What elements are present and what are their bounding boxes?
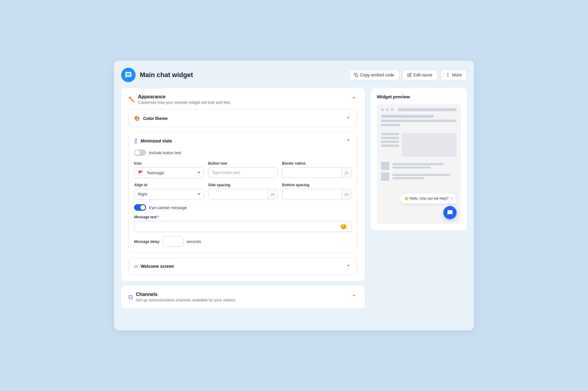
svg-point-3: [448, 76, 448, 77]
channels-section: ⊡ Channels Set up communication channels…: [121, 286, 365, 308]
chat-bubble-close-btn[interactable]: ×: [450, 196, 452, 201]
welcome-screen-header-left: ▱ Welcome screen: [134, 263, 174, 269]
button-text-input[interactable]: [208, 167, 278, 178]
channels-icon: ⊡: [128, 294, 133, 300]
border-radius-label: Border radius: [282, 161, 352, 166]
eye-catcher-label: Eye-catcher message: [149, 205, 187, 210]
align-to-field: Align to Right Left Center: [134, 183, 204, 199]
main-container: Main chat widget Copy embed code Edit na…: [114, 61, 474, 330]
bottom-spacing-unit: px: [341, 190, 352, 199]
header-actions: Copy embed code Edit name More: [349, 70, 467, 80]
side-spacing-input[interactable]: 32: [208, 189, 268, 199]
grid-icon: ⣿: [134, 138, 138, 144]
sidebar-line-3: [381, 141, 399, 143]
form-row-1: Icon 🚩 Textmagic Button text: [134, 161, 352, 178]
channels-title: Channels: [136, 292, 236, 297]
include-button-text-label: Include button text: [149, 151, 181, 155]
border-radius-unit: px: [341, 168, 352, 178]
header-left: Main chat widget: [121, 68, 193, 82]
message-delay-input[interactable]: 7: [163, 236, 184, 247]
bottom-spacing-input-wrapper: 26 px: [282, 189, 352, 199]
button-text-field: Button text: [208, 161, 278, 178]
preview-sidebar: [381, 133, 457, 157]
page-title: Main chat widget: [140, 71, 193, 79]
color-theme-title: Color theme: [143, 116, 168, 121]
preview-sidebar-right: [402, 133, 457, 157]
minimized-state-header[interactable]: ⣿ Minimized state: [129, 132, 357, 149]
left-panel: ✏️ Appearance Customize how your website…: [121, 88, 365, 308]
bottom-spacing-input[interactable]: 26: [282, 189, 341, 199]
appearance-collapse-button[interactable]: [350, 94, 358, 103]
browser-address: [398, 108, 457, 111]
preview-rows: [381, 162, 457, 181]
message-text-field: Message text* 👋 Hello, how can we help? …: [134, 215, 352, 232]
emoji-button[interactable]: 😊: [339, 222, 348, 231]
eye-catcher-toggle[interactable]: [134, 204, 146, 211]
minimized-state-chevron[interactable]: [345, 136, 352, 145]
appearance-section: ✏️ Appearance Customize how your website…: [121, 88, 365, 281]
side-spacing-field: Side spacing 32 px: [208, 183, 278, 199]
bottom-spacing-field: Bottom spacing 26 px: [282, 183, 352, 199]
message-input-wrapper: 👋 Hello, how can we help? 😊: [134, 221, 352, 232]
minimized-state-body: Include button text Icon 🚩 Textmagic: [129, 149, 357, 252]
button-text-label: Button text: [208, 161, 278, 166]
message-text-label: Message text*: [134, 215, 352, 219]
content-area: ✏️ Appearance Customize how your website…: [121, 88, 467, 308]
appearance-header: ✏️ Appearance Customize how your website…: [128, 94, 358, 105]
chat-bubble-text: 👋 Hello, how can we help?: [404, 196, 448, 201]
chat-widget-icon: [121, 68, 136, 82]
include-button-text-toggle[interactable]: [134, 149, 146, 156]
widget-preview-panel: Widget preview: [371, 88, 467, 230]
message-text-input[interactable]: 👋 Hello, how can we help?: [138, 221, 339, 232]
side-spacing-input-wrapper: 32 px: [208, 189, 278, 199]
chat-bubble: 👋 Hello, how can we help? ×: [400, 193, 457, 204]
header: Main chat widget Copy embed code Edit na…: [121, 68, 467, 82]
edit-name-button[interactable]: Edit name: [402, 70, 437, 80]
sidebar-line-4: [381, 145, 399, 147]
browser-dot-2: [386, 108, 389, 111]
preview-window: 👋 Hello, how can we help? ×: [377, 104, 461, 224]
preview-row-1: [381, 162, 457, 170]
preview-avatar-2: [381, 172, 389, 181]
border-radius-input-wrapper: 40 px: [282, 167, 352, 178]
minimized-state-header-left: ⣿ Minimized state: [134, 138, 172, 144]
sidebar-line-1: [381, 133, 399, 135]
color-theme-header[interactable]: 🎨 Color theme: [129, 110, 357, 127]
message-delay-row: Message delay 7 seconds: [134, 236, 352, 247]
edit-name-label: Edit name: [413, 73, 432, 77]
color-theme-header-left: 🎨 Color theme: [134, 115, 168, 121]
minimized-state-accordion: ⣿ Minimized state: [128, 132, 358, 252]
icon-field: Icon 🚩 Textmagic: [134, 161, 204, 178]
channels-collapse-button[interactable]: [350, 292, 358, 300]
browser-bar: [381, 108, 457, 111]
preview-sidebar-left: [381, 133, 399, 157]
message-delay-unit: seconds: [187, 239, 201, 244]
more-label: More: [452, 73, 462, 77]
preview-row-line-1a: [392, 163, 444, 165]
welcome-screen-chevron[interactable]: [345, 262, 352, 270]
channels-header: ⊡ Channels Set up communication channels…: [128, 292, 358, 302]
preview-content: [381, 115, 457, 181]
preview-row-line-2b: [392, 177, 424, 179]
align-to-select[interactable]: Right Left Center: [134, 189, 204, 199]
chat-widget-button[interactable]: [443, 206, 457, 219]
minimized-state-title: Minimized state: [141, 139, 172, 143]
color-theme-accordion: 🎨 Color theme: [128, 109, 358, 127]
copy-embed-button[interactable]: Copy embed code: [349, 70, 399, 80]
preview-row-line-2a: [392, 174, 450, 176]
sidebar-line-2: [381, 137, 399, 139]
color-theme-chevron[interactable]: [345, 114, 352, 123]
more-button[interactable]: More: [440, 70, 467, 80]
border-radius-input[interactable]: 40: [282, 168, 341, 178]
icon-select[interactable]: Textmagic: [146, 168, 204, 178]
svg-rect-0: [356, 74, 358, 77]
appearance-title: Appearance: [138, 94, 231, 100]
icon-label: Icon: [134, 161, 204, 166]
channels-header-left: ⊡ Channels Set up communication channels…: [128, 292, 236, 302]
appearance-header-left: ✏️ Appearance Customize how your website…: [128, 94, 231, 105]
welcome-screen-header[interactable]: ▱ Welcome screen: [129, 258, 357, 275]
welcome-screen-accordion: ▱ Welcome screen: [128, 257, 358, 275]
icon-flag-icon: 🚩: [134, 168, 146, 178]
bottom-spacing-label: Bottom spacing: [282, 183, 352, 187]
browser-dot-3: [391, 108, 394, 111]
